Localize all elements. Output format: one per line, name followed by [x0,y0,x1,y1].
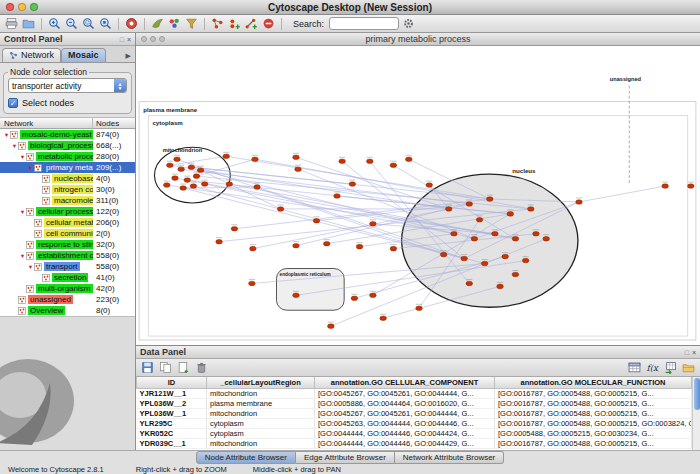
select-nodes-checkbox[interactable]: ✓ [8,98,18,108]
network-node[interactable] [380,316,387,321]
network-node[interactable] [178,167,185,172]
table-icon[interactable] [627,360,642,375]
network-node[interactable] [188,165,195,170]
network-node[interactable] [370,222,377,227]
copy-table-icon[interactable] [158,360,173,375]
network-node[interactable] [226,182,233,187]
tab-network[interactable]: Network [2,48,61,62]
network-svg[interactable]: plasma membranecytoplasmmitochondrionnuc… [136,46,700,345]
expand-triangle-icon[interactable]: ▼ [27,165,34,171]
window-titlebar[interactable]: Cytoscape Desktop (New Session) [0,0,700,15]
close-panel-icon[interactable]: × [127,35,131,44]
table-cell[interactable]: YPL036W__1 [137,408,207,418]
table-cell[interactable]: cytoplasm [207,418,315,428]
network-node[interactable] [476,218,483,223]
network-node[interactable] [323,241,330,246]
network-node[interactable] [471,236,478,241]
network-node[interactable] [528,207,535,212]
network-edge[interactable] [579,186,665,202]
network-node[interactable] [522,258,529,263]
expand-triangle-icon[interactable]: ▼ [19,209,26,215]
table-scrollbar[interactable] [692,377,700,450]
open-folder-icon[interactable] [681,360,696,375]
network-node[interactable] [339,159,346,164]
search-input[interactable] [329,17,399,30]
table-cell[interactable]: [GO:0016787, GO:0005488, GO:0005215, G..… [495,388,692,398]
tree-item-metabolic-process[interactable]: ▼metabolic process280(0) [0,151,135,162]
tree-header-network[interactable]: Network [0,118,93,128]
tree-item-nucleobase[interactable]: nucleobase...4(0) [0,173,135,184]
network-node[interactable] [313,219,320,224]
column-header-annotation-go-molecular-function[interactable]: annotation.GO MOLECULAR_FUNCTION [495,377,692,388]
network-node[interactable] [687,184,694,189]
fx-icon[interactable]: f(x) [645,360,660,375]
table-cell[interactable]: [GO:0005886, GO:0044464, GO:0016020, G..… [315,398,495,408]
zoom-window-button[interactable] [30,3,38,11]
network-node[interactable] [216,239,223,244]
column-header-annotation-go-cellular-component[interactable]: annotation.GO CELLULAR_COMPONENT [315,377,495,388]
network-node[interactable] [295,167,302,172]
expand-triangle-icon[interactable]: ▼ [27,264,34,270]
add-node-icon[interactable] [227,16,242,31]
float-data-panel-icon[interactable]: □ [685,348,689,357]
vizmapper-icon[interactable] [167,16,182,31]
table-cell[interactable]: mitochondrion [207,408,315,418]
table-cell[interactable]: YDR039C__1 [137,438,207,448]
network-node[interactable] [426,183,433,188]
network-node[interactable] [293,243,300,248]
minimize-window-button[interactable] [18,3,26,11]
filter-icon[interactable] [184,16,199,31]
new-attribute-icon[interactable] [176,360,191,375]
network-node[interactable] [293,155,300,160]
delete-attribute-icon[interactable] [194,360,209,375]
network-node[interactable] [180,186,187,191]
column-header-cellularlayoutregion[interactable]: _cellularLayoutRegion [207,377,315,388]
tree-item-establishment-of-lo[interactable]: ▼establishment of lo...558(0) [0,250,135,261]
tree-item-transport[interactable]: ▼transport558(0) [0,261,135,272]
network-node[interactable] [351,296,358,301]
network-node[interactable] [231,226,238,231]
network-node[interactable] [252,157,259,162]
table-row[interactable]: YPL036W__2plasma membrane[GO:0005886, GO… [137,398,692,408]
table-cell[interactable]: [GO:0045267, GO:0045261, GO:0044444, G..… [315,388,495,398]
add-edge-icon[interactable] [244,16,259,31]
network-node[interactable] [507,212,514,217]
network-node[interactable] [293,293,300,298]
table-cell[interactable]: YJR121W__1 [137,388,207,398]
import-table-icon[interactable] [663,360,678,375]
save-table-icon[interactable] [140,360,155,375]
network-node[interactable] [193,174,200,179]
network-node[interactable] [405,157,412,162]
table-cell[interactable]: [GO:0016787, GO:0005488, GO:0005215, GO:… [495,418,692,428]
network-node[interactable] [451,231,458,236]
zoom-out-icon[interactable] [64,16,79,31]
table-cell[interactable]: plasma membrane [207,398,315,408]
table-cell[interactable]: [GO:0045263, GO:0044444, GO:0044446, G..… [315,418,495,428]
network-node[interactable] [223,154,230,159]
network-node[interactable] [461,256,468,261]
tree-item-cell-communica[interactable]: cell communica...2(0) [0,228,135,239]
network-node[interactable] [502,254,509,259]
tab-node-attribute-browser[interactable]: Node Attribute Browser [196,451,296,464]
table-row[interactable]: YJR121W__1mitochondrion[GO:0045267, GO:0… [137,388,692,398]
table-cell[interactable]: mitochondrion [207,388,315,398]
network-node[interactable] [487,197,494,202]
scrollbar-thumb[interactable] [694,378,700,410]
tree-item-unassigned[interactable]: unassigned223(0) [0,294,135,305]
network-node[interactable] [328,324,335,329]
tree-item-response-to-stimul[interactable]: response to stimul...32(0) [0,239,135,250]
table-cell[interactable]: [GO:0045267, GO:0045261, GO:0044444, G..… [315,408,495,418]
network-node[interactable] [390,246,397,251]
new-network-icon[interactable] [210,16,225,31]
tree-item-overview[interactable]: Overview8(0) [0,305,135,316]
zoom-selected-icon[interactable] [81,16,96,31]
network-node[interactable] [445,207,452,212]
network-node[interactable] [250,246,257,251]
tab-overflow-button[interactable]: ▶ [124,52,133,62]
network-node[interactable] [662,184,669,189]
table-cell[interactable]: [GO:0005488, GO:0005215, GO:0030234, G..… [495,428,692,438]
table-cell[interactable]: YLR295C [137,418,207,428]
network-node[interactable] [533,231,540,236]
network-node[interactable] [174,157,181,162]
tab-edge-attribute-browser[interactable]: Edge Attribute Browser [296,451,395,464]
